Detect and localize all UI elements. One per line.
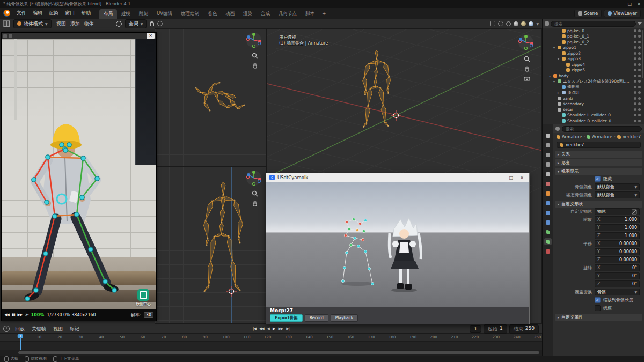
constraints-tab[interactable]	[544, 219, 552, 226]
play-reverse-button[interactable]: ◀	[267, 327, 269, 331]
tool-tab[interactable]	[544, 132, 552, 139]
editor-type-icon[interactable]	[3, 20, 10, 27]
outliner-row[interactable]: pq-ke-_0_1	[543, 34, 644, 40]
disable-icon[interactable]	[638, 52, 641, 55]
armature-crouching[interactable]	[155, 29, 267, 166]
bone-color-dropdown[interactable]: 默认颜色▼	[595, 183, 640, 190]
disable-icon[interactable]	[638, 41, 641, 43]
hide-icon[interactable]	[634, 91, 636, 94]
record-button[interactable]: Record	[305, 314, 328, 322]
disable-icon[interactable]	[638, 91, 641, 94]
rotation-y-field[interactable]: Y0°	[595, 272, 640, 279]
workspace-tab[interactable]: 布局	[99, 9, 117, 19]
mocap-maximize-button[interactable]: □	[507, 175, 516, 180]
disable-icon[interactable]	[638, 86, 641, 88]
prev-frame-button[interactable]: ◀◀	[4, 313, 9, 317]
disable-icon[interactable]	[638, 97, 641, 100]
filter-icon[interactable]	[638, 22, 642, 25]
bone-name-field[interactable]: necktie7	[557, 142, 641, 148]
disable-icon[interactable]	[638, 29, 641, 32]
hide-icon[interactable]	[634, 69, 636, 71]
zoom-icon[interactable]	[252, 53, 258, 59]
speed-button[interactable]: ≫	[25, 313, 28, 317]
menubar-menu[interactable]: 编辑	[30, 9, 46, 17]
workspace-tab[interactable]: 几何节点	[274, 9, 301, 19]
video-close-button[interactable]: ×	[147, 33, 155, 39]
outliner-row[interactable]: zippo4	[543, 62, 644, 68]
object-tab[interactable]	[544, 190, 552, 197]
export--button[interactable]: Export骨架	[270, 314, 303, 322]
pose-bone-color-dropdown[interactable]: 默认颜色▼	[595, 191, 640, 198]
hide-icon[interactable]	[634, 41, 636, 43]
render-tab[interactable]	[544, 142, 552, 149]
bone-tab[interactable]	[544, 238, 552, 245]
menubar-menu[interactable]: 渲染	[46, 9, 62, 17]
pan-hand-icon[interactable]	[252, 62, 258, 69]
section-viewport-display[interactable]: ▾视图显示	[555, 168, 642, 175]
frame-end-field[interactable]: 结束250	[509, 324, 539, 334]
shading-options-caret[interactable]: ▼	[536, 22, 539, 26]
shading-wireframe-icon[interactable]	[506, 21, 511, 26]
mocap-close-button[interactable]: ×	[518, 175, 526, 180]
translate-x-field[interactable]: X0.00000	[595, 240, 640, 247]
zoom-icon[interactable]	[524, 56, 530, 62]
timeline-menu[interactable]: 关键帧	[30, 326, 48, 333]
outliner-row[interactable]: zanti	[543, 95, 644, 101]
hide-icon[interactable]	[634, 75, 636, 77]
outliner-row[interactable]: ▾エタスプレス24合成衣装190x黒L….006	[543, 79, 644, 85]
outliner-row[interactable]: ▾body	[543, 73, 644, 79]
outliner-row[interactable]: Shoulder_L_collider_0	[543, 113, 644, 119]
fps-value[interactable]: 30	[144, 312, 153, 318]
hide-icon[interactable]	[634, 108, 636, 111]
disable-icon[interactable]	[638, 35, 641, 38]
disable-icon[interactable]	[638, 69, 641, 71]
disable-icon[interactable]	[638, 114, 641, 116]
video-menu-icon[interactable]	[3, 34, 7, 38]
outliner-editor-icon[interactable]	[545, 21, 549, 26]
hide-icon[interactable]	[634, 46, 636, 49]
outliner-row[interactable]: ▾zippo3	[543, 56, 644, 62]
menubar-menu[interactable]: 帮助	[78, 9, 94, 17]
workspace-tab[interactable]: 脚本	[301, 9, 319, 19]
mocap-3d-view[interactable]	[266, 182, 529, 307]
prev-keyframe-button[interactable]: ◀◀	[259, 327, 264, 331]
expand-icon[interactable]: ▸	[557, 91, 560, 94]
mocap-preview-window[interactable]: c USdtCyamolk – □ ×	[266, 173, 530, 324]
play-button[interactable]: ▶	[273, 327, 275, 331]
outliner-search-input[interactable]	[551, 21, 636, 27]
hide-icon[interactable]	[634, 52, 636, 55]
hide-icon[interactable]	[634, 102, 636, 105]
properties-search-input[interactable]	[562, 126, 642, 132]
section-relations[interactable]: ▸关系	[555, 151, 642, 158]
disable-icon[interactable]	[638, 57, 641, 60]
playback-button[interactable]: Playback	[331, 314, 358, 322]
hide-checkbox[interactable]: ✓	[595, 176, 601, 182]
video-player-window[interactable]: ×	[1, 32, 157, 321]
scale-x-field[interactable]: X1.000	[595, 216, 640, 223]
hide-icon[interactable]	[634, 80, 636, 83]
hide-icon[interactable]	[634, 120, 636, 122]
expand-icon[interactable]: ▾	[552, 46, 556, 49]
world-tab[interactable]	[544, 180, 552, 187]
current-frame-field[interactable]: 1	[470, 325, 481, 333]
disable-icon[interactable]	[638, 102, 641, 105]
scene-selector[interactable]: Scene	[574, 10, 602, 17]
timeline-tracks[interactable]	[0, 342, 542, 350]
shading-material-icon[interactable]	[521, 21, 526, 26]
next-keyframe-button[interactable]: ▶▶	[278, 327, 283, 331]
custom-object-field[interactable]: 物体	[595, 208, 640, 215]
material-tab[interactable]	[544, 248, 552, 255]
viewport-bottom-left[interactable]	[155, 166, 267, 324]
hide-icon[interactable]	[634, 86, 636, 88]
blender-logo-icon[interactable]	[3, 10, 10, 17]
close-button[interactable]: ×	[637, 2, 641, 6]
workspace-tab[interactable]: UV编辑	[152, 9, 177, 19]
mode-dropdown[interactable]: 物体模式▼	[13, 19, 52, 28]
timeline-menu[interactable]: 标记	[68, 326, 81, 333]
video-pin-icon[interactable]	[9, 34, 12, 38]
transform-orientation-dropdown[interactable]: 全局▼	[125, 19, 147, 28]
rotation-z-field[interactable]: Z0°	[595, 280, 640, 287]
timeline-ruler[interactable]: 1020304050607080901001101201301401501601…	[0, 334, 542, 342]
eyedropper-icon[interactable]	[632, 209, 637, 215]
view-layer-tab[interactable]	[544, 161, 552, 168]
